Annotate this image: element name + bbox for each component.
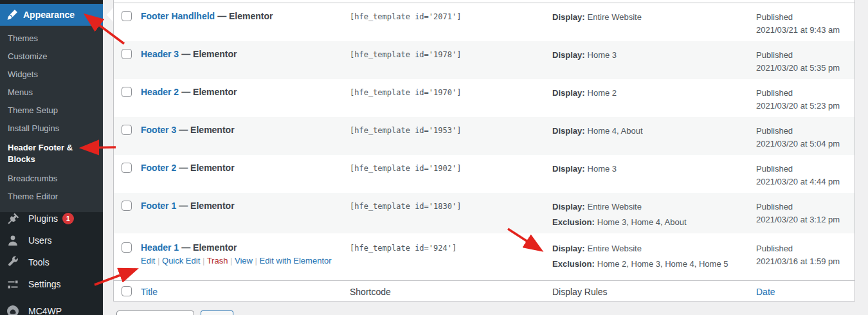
- post-state-label: — Elementor: [181, 49, 237, 59]
- column-header-display-rules: Display Rules: [547, 281, 751, 301]
- sidebar-item-widgets[interactable]: Widgets: [0, 66, 103, 84]
- shortcode-text: [hfe_template id='1830']: [345, 193, 547, 233]
- display-value: Entire Website: [588, 202, 642, 212]
- row-checkbox[interactable]: [122, 125, 132, 135]
- template-title-link[interactable]: Header 1: [141, 242, 179, 253]
- sidebar-item-tools[interactable]: Tools: [0, 251, 103, 273]
- row-checkbox[interactable]: [122, 201, 132, 211]
- trash-link[interactable]: Trash: [207, 256, 235, 266]
- apply-button[interactable]: [201, 310, 233, 315]
- users-icon: [6, 234, 19, 247]
- exclusion-value: Home 3, Home 4, About: [597, 217, 687, 227]
- sidebar-item-menus[interactable]: Menus: [0, 84, 103, 102]
- select-all-checkbox[interactable]: [122, 286, 132, 296]
- plugins-update-badge: 1: [62, 213, 74, 224]
- display-label: Display:: [552, 164, 585, 174]
- admin-sidebar: Appearance Themes Customize Widgets Menu…: [0, 0, 103, 315]
- row-checkbox[interactable]: [122, 11, 132, 21]
- row-checkbox[interactable]: [122, 242, 132, 253]
- table-row: Footer 2— Elementor [hfe_template id='19…: [114, 155, 854, 193]
- exclusion-value: Home 2, Home 3, Home 4, Home 5: [597, 259, 728, 269]
- sidebar-item-install-plugins[interactable]: Install Plugins: [0, 120, 103, 138]
- sidebar-item-customize[interactable]: Customize: [0, 48, 103, 66]
- display-value: Home 3: [588, 50, 617, 60]
- post-state-label: — Elementor: [181, 242, 237, 253]
- sidebar-item-themes[interactable]: Themes: [0, 30, 103, 48]
- sidebar-item-appearance[interactable]: Appearance: [0, 4, 103, 26]
- sidebar-item-breadcrumbs[interactable]: Breadcrumbs: [0, 170, 103, 188]
- table-row: Header 3— Elementor [hfe_template id='19…: [114, 41, 854, 79]
- display-value: Entire Website: [588, 244, 642, 253]
- date-text: 2021/03/20 at 5:35 pm: [756, 62, 849, 75]
- table-row: Header 1— Elementor EditQuick EditTrashV…: [114, 233, 854, 280]
- post-state-label: — Elementor: [217, 11, 273, 21]
- post-state-label: — Elementor: [181, 87, 237, 97]
- status-text: Published: [756, 87, 849, 100]
- table-footer-header: Title Shortcode Display Rules Date: [114, 280, 854, 302]
- column-header-shortcode: Shortcode: [345, 281, 547, 301]
- view-link[interactable]: View: [235, 256, 260, 266]
- sliders-icon: [6, 278, 19, 291]
- display-label: Display:: [552, 244, 585, 253]
- shortcode-text: [hfe_template id='1978']: [345, 41, 547, 79]
- edit-link[interactable]: Edit: [141, 256, 162, 266]
- sidebar-item-header-footer-blocks[interactable]: Header Footer & Blocks: [0, 138, 103, 170]
- shortcode-text: [hfe_template id='1902']: [345, 155, 547, 193]
- date-text: 2021/03/16 at 1:59 pm: [756, 255, 849, 268]
- post-state-label: — Elementor: [179, 201, 234, 211]
- wp-admin-page: Appearance Themes Customize Widgets Menu…: [0, 0, 868, 315]
- date-text: 2021/03/20 at 5:04 pm: [756, 138, 849, 150]
- template-title-link[interactable]: Footer Handlheld: [141, 11, 215, 21]
- edit-with-elementor-link[interactable]: Edit with Elementor: [260, 256, 332, 266]
- display-value: Home 4, About: [588, 126, 643, 136]
- post-state-label: — Elementor: [179, 163, 234, 173]
- status-text: Published: [756, 163, 849, 176]
- shortcode-text: [hfe_template id='924']: [345, 233, 547, 280]
- status-text: Published: [756, 125, 849, 138]
- display-label: Display:: [552, 12, 585, 22]
- display-label: Display:: [552, 202, 585, 212]
- table-row: Header 2— Elementor [hfe_template id='19…: [114, 79, 854, 117]
- sidebar-item-label: Settings: [28, 279, 61, 289]
- template-title-link[interactable]: Header 2: [141, 87, 179, 97]
- templates-list-table: Footer Handlheld— Elementor [hfe_templat…: [113, 0, 855, 302]
- sidebar-item-settings[interactable]: Settings: [0, 273, 103, 295]
- quick-edit-link[interactable]: Quick Edit: [162, 256, 207, 266]
- date-text: 2021/03/21 at 9:43 am: [756, 24, 849, 37]
- column-header-title[interactable]: Title: [137, 281, 345, 301]
- admin-content-area: Footer Handlheld— Elementor [hfe_templat…: [103, 0, 868, 315]
- template-title-link[interactable]: Footer 2: [141, 163, 176, 173]
- status-text: Published: [756, 49, 849, 62]
- sidebar-item-mc4wp[interactable]: MC4WP: [0, 300, 103, 315]
- template-title-link[interactable]: Header 3: [141, 49, 179, 59]
- template-title-link[interactable]: Footer 1: [141, 201, 176, 211]
- row-checkbox[interactable]: [122, 163, 132, 173]
- status-text: Published: [756, 201, 849, 213]
- column-header-date[interactable]: Date: [751, 281, 854, 301]
- display-value: Home 3: [588, 164, 617, 174]
- display-value: Entire Website: [588, 12, 642, 22]
- sidebar-item-plugins[interactable]: Plugins 1: [0, 208, 103, 230]
- table-row: Footer 3— Elementor [hfe_template id='19…: [114, 117, 854, 155]
- shortcode-text: [hfe_template id='1970']: [345, 79, 547, 117]
- exclusion-label: Exclusion:: [552, 259, 595, 269]
- sidebar-item-users[interactable]: Users: [0, 230, 103, 251]
- status-text: Published: [756, 11, 849, 24]
- row-checkbox[interactable]: [122, 49, 132, 59]
- template-title-link[interactable]: Footer 3: [141, 125, 176, 135]
- sidebar-item-theme-editor[interactable]: Theme Editor: [0, 188, 103, 206]
- paintbrush-icon: [6, 9, 18, 21]
- bulk-actions-select[interactable]: [116, 310, 194, 315]
- row-checkbox[interactable]: [122, 87, 132, 97]
- date-text: 2021/03/20 at 4:44 pm: [756, 176, 849, 188]
- sidebar-item-label: Users: [28, 235, 52, 246]
- plug-icon: [6, 212, 19, 225]
- sidebar-item-theme-setup[interactable]: Theme Setup: [0, 102, 103, 120]
- sidebar-item-label: MC4WP: [28, 306, 62, 315]
- shortcode-text: [hfe_template id='1953']: [345, 117, 547, 155]
- admin-main-menu: Plugins 1 Users Tools Settings: [0, 208, 103, 315]
- sidebar-item-label: Appearance: [23, 10, 75, 20]
- display-value: Home 2: [588, 88, 617, 98]
- post-state-label: — Elementor: [179, 125, 234, 135]
- shortcode-text: [hfe_template id='2071']: [345, 3, 547, 41]
